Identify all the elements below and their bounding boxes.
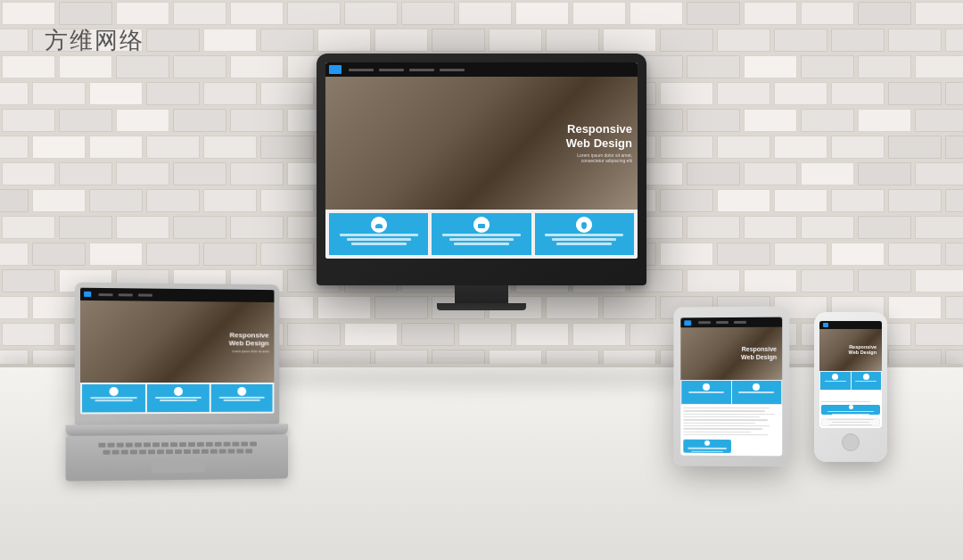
- tablet-cards: [680, 380, 782, 405]
- card-item: [147, 384, 210, 412]
- nav-item: [409, 69, 434, 71]
- tablet-hero: ResponsiveWeb Design: [680, 327, 782, 380]
- laptop-screen: ResponsiveWeb Design Lorem ipsum dolor s…: [80, 288, 274, 415]
- tablet-extra-content: [680, 405, 782, 456]
- nav-item: [379, 69, 404, 71]
- card-lines: [539, 234, 630, 245]
- hero-text: ResponsiveWeb Design: [741, 346, 777, 361]
- phone-text-card: [821, 418, 880, 427]
- monitor-navbar: [325, 62, 638, 77]
- nav-item: [440, 69, 465, 71]
- nav-item: [734, 321, 746, 324]
- phone-extra-content: [819, 391, 882, 429]
- monitor-website: Responsive Web Design Lorem ipsum dolor …: [325, 62, 638, 259]
- card-icon: [473, 217, 490, 233]
- tablet-website: ResponsiveWeb Design: [680, 317, 782, 457]
- hero-text: ResponsiveWeb Design Lorem ipsum dolor s…: [229, 331, 269, 354]
- card-item: [731, 381, 781, 404]
- hero-title: ResponsiveWeb Design: [741, 346, 777, 361]
- card-lines: [435, 234, 527, 245]
- phone-navbar: [819, 321, 882, 329]
- phone-hero: ResponsiveWeb Design: [819, 329, 882, 371]
- keyboard-row: [98, 441, 257, 447]
- hero-title: Responsive Web Design: [566, 122, 632, 150]
- monitor-bezel: Responsive Web Design Lorem ipsum dolor …: [317, 54, 646, 285]
- card-icon: [576, 217, 592, 233]
- laptop-bezel: ResponsiveWeb Design Lorem ipsum dolor s…: [75, 283, 279, 425]
- phone-small-card: [821, 405, 880, 415]
- nav-logo: [823, 323, 828, 327]
- card-icon: [110, 387, 119, 396]
- phone-home-button[interactable]: [842, 433, 860, 451]
- card-item: [535, 213, 634, 255]
- laptop-keyboard: [66, 434, 288, 481]
- hero-subtitle: Lorem ipsum dolor sit amet: [229, 350, 269, 354]
- card-item: [211, 384, 273, 412]
- nav-item: [98, 292, 112, 295]
- nav-logo: [329, 65, 342, 74]
- monitor-device: Responsive Web Design Lorem ipsum dolor …: [317, 54, 646, 310]
- nav-item: [349, 69, 374, 71]
- nav-item: [119, 293, 133, 296]
- phone-screen: ResponsiveWeb Design: [819, 321, 882, 428]
- nav-items: [98, 292, 152, 296]
- hero-text: ResponsiveWeb Design: [849, 344, 877, 356]
- laptop-website: ResponsiveWeb Design Lorem ipsum dolor s…: [80, 288, 274, 415]
- brand-logo: 方维网络: [45, 25, 144, 56]
- card-item: [82, 384, 145, 412]
- nav-items: [698, 321, 746, 324]
- card-icon: [174, 387, 183, 396]
- nav-items: [349, 69, 465, 71]
- card-item: [820, 372, 851, 390]
- monitor-hero: Responsive Web Design Lorem ipsum dolor …: [325, 77, 638, 210]
- tablet-small-card: [683, 440, 731, 453]
- card-item: [852, 372, 882, 390]
- keyboard-row: [103, 449, 252, 454]
- hero-subtitle: Lorem ipsum dolor sit amet,consectetur a…: [566, 152, 632, 164]
- phone-bezel: ResponsiveWeb Design: [814, 312, 887, 462]
- tablet-navbar: [680, 317, 782, 328]
- nav-item: [138, 293, 152, 296]
- card-item: [329, 213, 428, 255]
- hero-text: Responsive Web Design Lorem ipsum dolor …: [566, 122, 632, 163]
- monitor-cards: [325, 210, 638, 259]
- monitor-stand: [455, 285, 508, 303]
- card-item: [681, 381, 730, 404]
- monitor-screen: Responsive Web Design Lorem ipsum dolor …: [325, 62, 638, 259]
- nav-item: [698, 321, 711, 324]
- laptop-device: ResponsiveWeb Design Lorem ipsum dolor s…: [75, 283, 288, 482]
- phone-cards: [819, 371, 882, 391]
- card-item: [432, 213, 531, 255]
- tablet-device: ResponsiveWeb Design: [673, 306, 789, 466]
- phone-device: ResponsiveWeb Design: [814, 312, 887, 462]
- nav-logo: [84, 292, 91, 297]
- tablet-bezel: ResponsiveWeb Design: [673, 306, 789, 466]
- hero-title: ResponsiveWeb Design: [849, 344, 877, 356]
- card-icon: [237, 387, 246, 396]
- device-shadow: [214, 368, 749, 386]
- tablet-screen: ResponsiveWeb Design: [680, 317, 782, 457]
- card-lines: [333, 234, 424, 245]
- trackpad: [152, 460, 205, 474]
- monitor-base: [437, 303, 526, 310]
- card-icon: [371, 217, 387, 233]
- hero-title: ResponsiveWeb Design: [229, 331, 269, 348]
- nav-logo: [684, 320, 691, 325]
- phone-website: ResponsiveWeb Design: [819, 321, 882, 428]
- nav-item: [716, 321, 728, 324]
- laptop-cards: [80, 383, 274, 414]
- laptop-hero: ResponsiveWeb Design Lorem ipsum dolor s…: [80, 301, 274, 383]
